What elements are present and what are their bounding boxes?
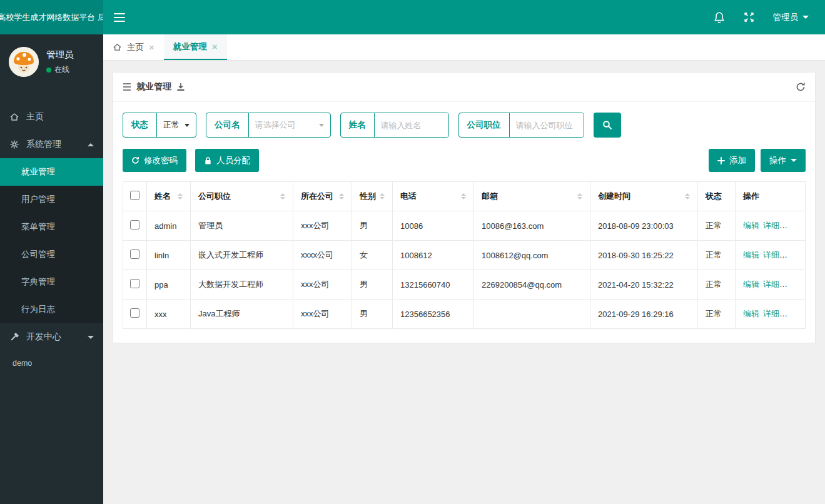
- table-cell: 大数据开发工程师: [191, 270, 293, 300]
- column-label: 电话: [400, 191, 417, 202]
- status-select[interactable]: 正常: [157, 113, 196, 137]
- column-header[interactable]: 邮箱: [474, 182, 590, 211]
- table-cell: 管理员: [191, 211, 293, 241]
- row-action-detail[interactable]: 详细: [763, 309, 779, 318]
- company-select[interactable]: 请选择公司: [249, 113, 330, 137]
- sidebar: 管理员 在线 主页 系统管理 就业管理 用户管理 菜单管理 公司管理 字典管理 …: [0, 34, 103, 504]
- tab-home[interactable]: 主页 ×: [103, 34, 164, 60]
- table-cell: 正常: [698, 270, 736, 300]
- user-panel: 管理员 在线: [0, 34, 103, 91]
- tab-close-icon[interactable]: ×: [212, 41, 218, 52]
- user-dropdown[interactable]: 管理员: [773, 12, 809, 23]
- change-password-label: 修改密码: [144, 155, 178, 166]
- row-action-edit[interactable]: 编辑: [743, 280, 759, 289]
- refresh-icon[interactable]: [796, 82, 806, 92]
- column-header[interactable]: 创建时间: [590, 182, 698, 211]
- change-password-button[interactable]: 修改密码: [123, 149, 186, 172]
- chevron-down-icon: [185, 124, 190, 127]
- row-checkbox-cell: [123, 300, 147, 329]
- tab-close-icon[interactable]: ×: [149, 42, 154, 53]
- filter-name: 姓名: [340, 113, 449, 138]
- row-action-detail[interactable]: 详细: [763, 221, 779, 230]
- column-header[interactable]: 性别: [352, 182, 393, 211]
- table-body: admin管理员xxx公司男1008610086@163.com2018-08-…: [123, 211, 806, 329]
- table-cell: 2018-08-09 23:00:03: [590, 211, 698, 241]
- sidebar-item-employment[interactable]: 就业管理: [0, 158, 103, 186]
- row-checkbox[interactable]: [130, 249, 139, 259]
- brand-title: 高校学生成才网络数据平台 后: [0, 12, 103, 23]
- sidebar-item-devcenter[interactable]: 开发中心: [0, 323, 103, 351]
- sidebar-item-demo[interactable]: demo: [0, 351, 103, 376]
- sort-icon[interactable]: [174, 193, 183, 199]
- add-button[interactable]: 添加: [709, 149, 755, 172]
- column-label: 创建时间: [598, 191, 630, 202]
- brand-logo[interactable]: 高校学生成才网络数据平台 后: [0, 0, 103, 34]
- sidebar-item-companies[interactable]: 公司管理: [0, 241, 103, 268]
- position-input[interactable]: [510, 113, 584, 137]
- main-area: 主页 × 就业管理 × 就业管理 状态: [103, 34, 825, 504]
- row-actions-cell: 编辑详细删除: [736, 300, 806, 329]
- tab-employment[interactable]: 就业管理 ×: [164, 34, 227, 60]
- sidebar-item-menus[interactable]: 菜单管理: [0, 213, 103, 241]
- table-cell: 10086: [393, 211, 474, 241]
- download-icon[interactable]: [176, 83, 185, 91]
- table-cell: 男: [352, 211, 393, 241]
- sidebar-item-users[interactable]: 用户管理: [0, 186, 103, 213]
- row-checkbox[interactable]: [130, 279, 139, 288]
- column-header[interactable]: 电话: [393, 182, 474, 211]
- select-all-checkbox[interactable]: [130, 191, 139, 200]
- tab-label: 就业管理: [173, 41, 207, 53]
- column-label: 操作: [743, 191, 759, 202]
- sidebar-item-system[interactable]: 系统管理: [0, 131, 103, 158]
- row-checkbox[interactable]: [130, 308, 139, 318]
- refresh-icon: [131, 156, 139, 164]
- table-cell: 12356652356: [393, 300, 474, 329]
- sidebar-item-logs[interactable]: 行为日志: [0, 296, 103, 323]
- assign-staff-button[interactable]: 人员分配: [195, 149, 259, 172]
- bell-icon[interactable]: [714, 11, 725, 24]
- table-cell: xxx公司: [293, 270, 352, 300]
- sidebar-item-dictionary[interactable]: 字典管理: [0, 268, 103, 296]
- row-action-edit[interactable]: 编辑: [743, 309, 759, 318]
- sort-icon[interactable]: [574, 193, 582, 199]
- row-checkbox[interactable]: [130, 220, 139, 229]
- row-action-detail[interactable]: 详细: [763, 250, 779, 260]
- sort-icon[interactable]: [681, 193, 690, 199]
- column-header[interactable]: 所在公司: [293, 182, 352, 211]
- table-cell: xxxx公司: [293, 241, 352, 270]
- table-cell: [474, 300, 590, 329]
- fullscreen-icon[interactable]: [744, 12, 754, 23]
- row-actions-cell: 编辑详细删除: [736, 241, 806, 270]
- sidebar-item-label: demo: [13, 359, 32, 368]
- filter-position: 公司职位: [458, 113, 584, 138]
- panel-header: 就业管理: [113, 73, 815, 102]
- actions-dropdown-button[interactable]: 操作: [761, 149, 806, 172]
- search-button[interactable]: [594, 113, 621, 138]
- add-label: 添加: [729, 155, 746, 166]
- row-action-detail[interactable]: 详细: [763, 280, 779, 289]
- column-label: 邮箱: [482, 191, 498, 202]
- mushroom-avatar[interactable]: [9, 47, 39, 77]
- sort-icon[interactable]: [457, 193, 466, 199]
- table-cell: xxx: [147, 300, 191, 329]
- table-cell: 2018-09-30 16:25:22: [590, 241, 698, 270]
- sort-icon[interactable]: [335, 193, 344, 199]
- sort-icon[interactable]: [276, 193, 285, 199]
- system-submenu: 就业管理 用户管理 菜单管理 公司管理 字典管理 行为日志: [0, 158, 103, 323]
- user-name: 管理员: [46, 49, 74, 61]
- row-actions-cell: 编辑详细删除: [736, 270, 806, 300]
- table-row: admin管理员xxx公司男1008610086@163.com2018-08-…: [123, 211, 806, 241]
- table-cell: 10086@163.com: [474, 211, 590, 241]
- caret-down-icon: [802, 16, 809, 19]
- row-action-edit[interactable]: 编辑: [743, 221, 759, 230]
- sidebar-item-home[interactable]: 主页: [0, 103, 103, 131]
- name-input[interactable]: [375, 113, 448, 137]
- search-icon: [602, 120, 612, 130]
- column-header[interactable]: 姓名: [147, 182, 191, 211]
- column-label: 状态: [706, 191, 722, 202]
- column-header[interactable]: 公司职位: [191, 182, 293, 211]
- hamburger-icon[interactable]: [103, 0, 136, 34]
- row-action-edit[interactable]: 编辑: [743, 250, 759, 260]
- sort-icon[interactable]: [376, 193, 385, 199]
- chevron-down-icon: [319, 124, 324, 127]
